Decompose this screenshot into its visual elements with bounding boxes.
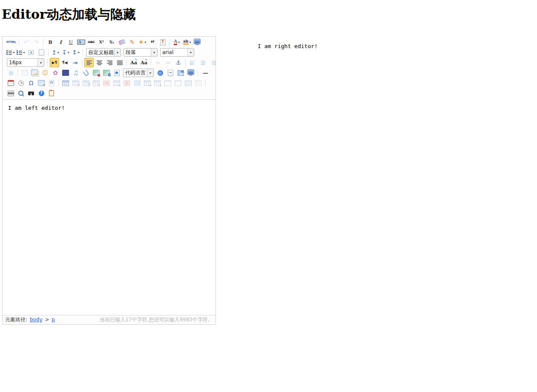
time-icon (18, 80, 24, 86)
fullscreen-button[interactable] (192, 37, 202, 47)
source-button[interactable]: HTML (6, 37, 17, 47)
to-uppercase-button[interactable]: Aa (129, 58, 138, 67)
special-chars-button[interactable]: Ω (26, 78, 36, 88)
element-path-body-link[interactable]: body (30, 317, 43, 323)
chevron-down-icon: ▾ (147, 69, 153, 77)
indent-button[interactable]: ⇥ (70, 58, 80, 67)
merge-right-icon: → (144, 80, 151, 86)
preview-button[interactable] (16, 89, 26, 98)
auto-typeset-button[interactable]: ✷▾ (138, 37, 147, 47)
overlay-glyph: ↓ (159, 84, 162, 87)
map-button[interactable]: ● (92, 68, 101, 77)
line-height-button[interactable]: ↕▾ (71, 48, 80, 57)
underline-button[interactable]: U (66, 37, 75, 47)
align-left-button[interactable] (84, 58, 94, 67)
blockquote-button[interactable]: “ (148, 37, 157, 47)
align-right-button[interactable] (105, 58, 114, 67)
toolbar-separator (126, 59, 127, 66)
insert-table-button[interactable] (61, 78, 70, 88)
paragraph-format-select[interactable]: 段落▾ (123, 48, 158, 57)
time-button[interactable] (16, 78, 26, 88)
right-editor-text: I am right editor! (258, 43, 318, 49)
to-lowercase-button[interactable]: Aa (139, 58, 149, 67)
subscript-button[interactable]: X₂ (107, 37, 116, 47)
screen-capture-button[interactable] (186, 68, 195, 77)
anchor-button[interactable]: ⚓ (174, 58, 183, 67)
google-map-button[interactable]: G (102, 68, 111, 77)
toolbar-separator (19, 39, 19, 46)
paragraph-spacing-top-button[interactable]: ↥▾ (51, 48, 60, 57)
superscript-button[interactable]: X² (97, 37, 106, 47)
blockquote-icon: “ (150, 39, 155, 45)
font-family-select[interactable]: arial▾ (160, 48, 194, 57)
merge-cells-button (132, 78, 142, 88)
image-float-center-button (198, 58, 207, 67)
page: Editor动态加载与隐藏 HTML↶↷BIUAABCX²X₂✎✷▾“TA▾ab… (0, 0, 537, 392)
date-button[interactable] (6, 78, 15, 88)
ordered-list-button[interactable]: ▾ (6, 48, 15, 57)
chevron-down-icon: ▾ (151, 49, 157, 56)
redo-icon: ↷ (34, 39, 39, 45)
emotion-button[interactable]: ☺ (40, 68, 50, 77)
toolbar-row: Ω✂W✕T↑→←↓→↓ (3, 78, 215, 88)
music-button[interactable]: ♫ (71, 68, 80, 77)
split-cells-button (184, 78, 193, 88)
scrawl-button[interactable]: ✿ (51, 68, 60, 77)
italic-button[interactable]: I (56, 37, 65, 47)
bold-button[interactable]: B (46, 37, 55, 47)
code-language-select[interactable]: 代码语言▾ (123, 69, 154, 77)
overlay-glyph: ← (118, 84, 121, 87)
format-brush-button[interactable]: ✎ (127, 37, 137, 47)
left-editor-statusbar: 元素路径: body > p 当前已输入17个字符,您还可以输入9983个字符。 (3, 315, 215, 324)
overlay-glyph: ↑ (98, 84, 101, 87)
help-button[interactable]: ? (37, 89, 46, 98)
image-float-center-icon (200, 60, 206, 65)
horizontal-rule-icon: — (201, 70, 210, 76)
auto-typeset-icon: ✷ (138, 39, 144, 45)
toolbar-separator (83, 49, 83, 56)
word-count-remaining: 9983 (179, 317, 192, 323)
align-justify-button[interactable] (115, 58, 124, 67)
insert-video-button[interactable] (61, 68, 70, 77)
custom-style-select[interactable]: 自定义标题▾ (86, 48, 121, 57)
select-all-button[interactable]: a (26, 48, 36, 57)
multi-image-upload-button[interactable] (30, 68, 40, 77)
print-button[interactable] (6, 89, 15, 98)
toolbar-separator (151, 59, 151, 66)
overlay-glyph: ● (98, 74, 101, 77)
unordered-list-button[interactable]: ▾ (16, 48, 26, 57)
template-button[interactable] (176, 68, 185, 77)
source-icon: HTML (6, 41, 16, 44)
direction-rtl-button[interactable]: ¶◀ (60, 58, 69, 67)
dropdown-arrow-icon: ▾ (190, 40, 191, 44)
clear-doc-button[interactable] (37, 48, 46, 57)
template-icon (178, 70, 184, 76)
paste-text-button[interactable]: T (158, 37, 167, 47)
right-editor[interactable]: I am right editor! (216, 36, 318, 49)
print-icon (8, 91, 14, 96)
page-break-button[interactable]: → (166, 68, 175, 77)
drafts-button[interactable] (47, 89, 56, 98)
left-editor-content[interactable]: I am left editor! (3, 100, 215, 315)
align-center-button[interactable] (95, 58, 104, 67)
web-app-button[interactable]: ◎ (155, 68, 165, 77)
strikethrough-button[interactable]: ABC (86, 37, 96, 47)
font-family-value: arial (161, 49, 187, 56)
font-color-button[interactable]: A▾ (172, 37, 181, 47)
search-replace-button[interactable] (26, 89, 36, 98)
screenshot-button[interactable]: ✂ (37, 78, 46, 88)
element-path-label: 元素路径: (5, 317, 27, 323)
element-path-p-link[interactable]: p (52, 317, 55, 323)
paragraph-spacing-bottom-button[interactable]: ↧▾ (61, 48, 70, 57)
font-size-select[interactable]: 16px▾ (7, 58, 44, 67)
horizontal-rule-button[interactable]: — (200, 68, 211, 77)
insert-frame-button[interactable]: ● (112, 68, 121, 77)
font-border-button[interactable]: A (76, 37, 86, 47)
remove-format-button[interactable] (117, 37, 126, 47)
attachment-button[interactable] (81, 68, 91, 77)
italic-icon: I (60, 40, 62, 45)
direction-ltr-button[interactable]: ▶¶ (50, 58, 59, 67)
strikethrough-icon: ABC (88, 41, 95, 44)
delete-table-button: ✕ (71, 78, 80, 88)
background-color-button[interactable]: ab▾ (182, 37, 192, 47)
